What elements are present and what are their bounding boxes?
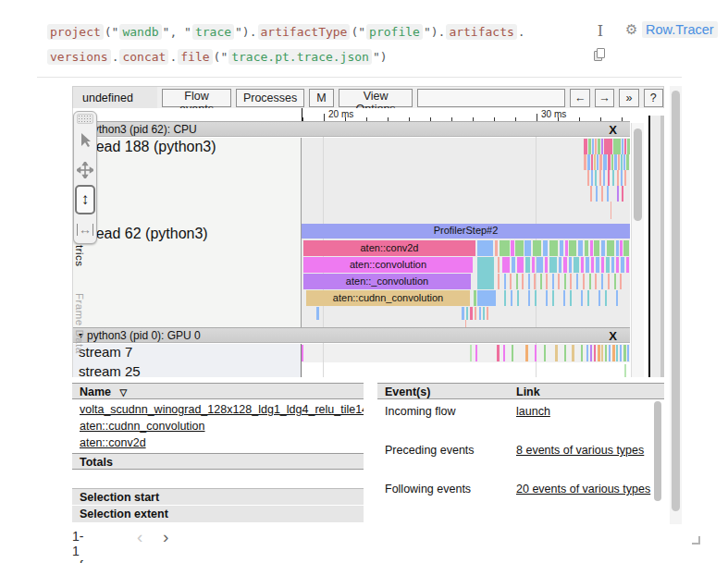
resize-grip[interactable] xyxy=(692,536,700,545)
trace-slice[interactable] xyxy=(581,290,583,306)
events-scrollbar-thumb[interactable] xyxy=(654,401,661,501)
select-tool-button[interactable] xyxy=(74,126,96,155)
trace-slice[interactable] xyxy=(528,290,530,306)
trace-slice[interactable] xyxy=(601,274,603,289)
trace-slice[interactable] xyxy=(622,139,623,154)
flow-events-button[interactable]: Flow events xyxy=(162,89,231,107)
trace-slice[interactable] xyxy=(621,257,624,273)
panel-scrollbar-thumb[interactable] xyxy=(672,91,680,511)
cudnn-convolution-link[interactable]: aten::cudnn_convolution xyxy=(80,420,205,433)
trace-slice[interactable] xyxy=(512,345,513,361)
trace-slice[interactable] xyxy=(586,257,589,273)
trace-slice[interactable] xyxy=(552,274,554,289)
kernel-link[interactable]: volta_scudnn_winograd_128x128_ldg1_ldg4_… xyxy=(80,403,364,416)
trace-slice[interactable] xyxy=(612,170,614,186)
trace-slice[interactable] xyxy=(590,240,593,256)
trace-event-span[interactable]: aten::convolution xyxy=(303,257,473,273)
trace-slice[interactable] xyxy=(611,154,613,170)
trace-slice[interactable] xyxy=(622,186,623,202)
trace-slice[interactable] xyxy=(504,274,506,289)
trace-slice[interactable] xyxy=(620,240,623,256)
trace-slice[interactable] xyxy=(470,345,472,361)
trace-slice[interactable] xyxy=(586,345,588,361)
trace-slice[interactable] xyxy=(616,345,618,361)
trace-event-block[interactable] xyxy=(477,257,494,289)
trace-slice[interactable] xyxy=(594,345,596,361)
trace-slice[interactable] xyxy=(616,257,619,273)
trace-slice[interactable] xyxy=(618,154,620,170)
trace-slice[interactable] xyxy=(598,290,600,306)
trace-slice[interactable] xyxy=(503,345,505,361)
trace-slice[interactable] xyxy=(565,240,568,256)
trace-slice[interactable] xyxy=(599,154,602,170)
trace-slice[interactable] xyxy=(595,139,597,154)
trace-event-span[interactable]: aten::_convolution xyxy=(303,274,471,289)
trace-event-block[interactable] xyxy=(477,240,493,256)
trace-slice[interactable] xyxy=(466,307,468,320)
trace-slice[interactable] xyxy=(500,240,510,256)
trace-slice[interactable] xyxy=(591,257,594,273)
trace-slice[interactable] xyxy=(614,274,616,289)
trace-slice[interactable] xyxy=(621,154,623,170)
trace-slice[interactable] xyxy=(626,257,629,273)
trace-slice[interactable] xyxy=(617,170,619,186)
sort-icon[interactable]: ▽ xyxy=(120,387,128,398)
name-column-header[interactable]: Name ▽ xyxy=(72,383,364,399)
view-options-button[interactable]: View Options xyxy=(339,89,413,107)
trace-slice[interactable] xyxy=(511,240,514,256)
trace-slice[interactable] xyxy=(569,240,576,256)
trace-slice[interactable] xyxy=(302,345,303,361)
trace-slice[interactable] xyxy=(564,345,566,361)
trace-title-tab[interactable]: undefined xyxy=(73,87,157,108)
launch-link[interactable]: launch xyxy=(516,405,550,418)
trace-slice[interactable] xyxy=(570,274,572,289)
trace-slice[interactable] xyxy=(587,170,589,186)
trace-slice[interactable] xyxy=(516,274,518,289)
find-input[interactable] xyxy=(417,89,565,107)
trace-slice[interactable] xyxy=(546,290,548,306)
gear-icon[interactable]: ⚙ xyxy=(625,21,637,38)
timeline-vscroll[interactable] xyxy=(631,123,644,377)
trace-slice[interactable] xyxy=(620,345,622,361)
trace-slice[interactable] xyxy=(517,257,524,273)
trace-slice[interactable] xyxy=(534,274,536,289)
panel-type-selector[interactable]: Row.Tracer xyxy=(642,21,718,38)
trace-slice[interactable] xyxy=(316,307,319,320)
trace-slice[interactable] xyxy=(495,240,498,256)
trace-slice[interactable] xyxy=(608,170,610,186)
trace-slice[interactable] xyxy=(559,257,561,273)
trace-slice[interactable] xyxy=(545,257,548,273)
trace-slice[interactable] xyxy=(601,139,603,154)
pan-tool-button[interactable] xyxy=(74,155,96,185)
trace-slice[interactable] xyxy=(603,170,605,186)
processes-button[interactable]: Processes xyxy=(236,89,304,107)
next-page-chevron[interactable]: › xyxy=(163,527,168,547)
trace-slice[interactable] xyxy=(546,274,548,289)
trace-slice[interactable] xyxy=(587,290,589,306)
trace-slice[interactable] xyxy=(627,139,630,154)
panel-scrollbar[interactable] xyxy=(670,86,682,524)
trace-slice[interactable] xyxy=(483,307,485,320)
trace-slice[interactable] xyxy=(510,274,512,289)
trace-slice[interactable] xyxy=(574,257,579,273)
trace-slice[interactable] xyxy=(462,307,464,320)
trace-slice[interactable] xyxy=(611,202,611,219)
trace-slice[interactable] xyxy=(624,139,626,154)
trace-slice[interactable] xyxy=(512,257,515,273)
trace-slice[interactable] xyxy=(535,290,537,306)
trace-slice[interactable] xyxy=(475,307,476,320)
trace-slice[interactable] xyxy=(591,170,593,186)
trace-slice[interactable] xyxy=(624,364,626,377)
trace-slice[interactable] xyxy=(498,257,500,273)
trace-slice[interactable] xyxy=(563,257,567,273)
help-button[interactable]: ? xyxy=(644,89,663,107)
trace-slice[interactable] xyxy=(524,240,531,256)
events-scrollbar[interactable] xyxy=(653,396,662,520)
metadata-button[interactable]: M xyxy=(309,89,333,107)
trace-slice[interactable] xyxy=(588,139,591,154)
timing-tool-button[interactable]: ↔ xyxy=(74,214,96,244)
trace-slice[interactable] xyxy=(549,257,557,273)
trace-slice[interactable] xyxy=(535,345,537,361)
trace-slice[interactable] xyxy=(603,154,607,170)
timeline-vscroll-thumb[interactable] xyxy=(634,129,642,221)
